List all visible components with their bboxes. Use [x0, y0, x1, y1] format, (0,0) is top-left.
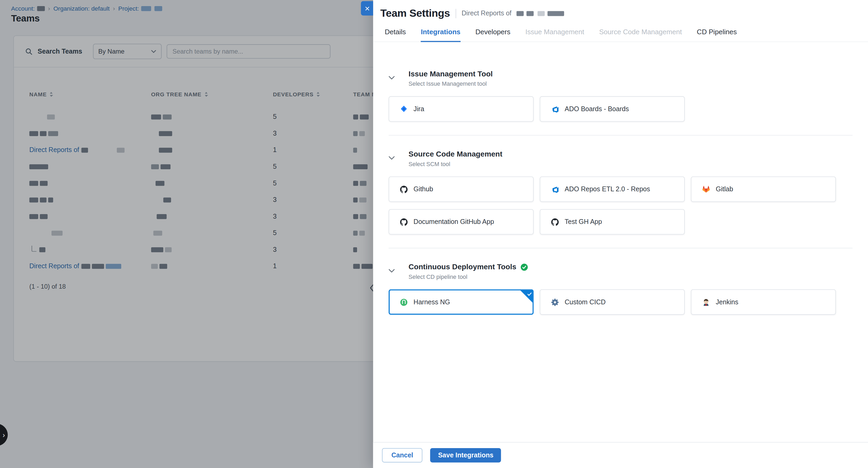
gitlab-icon	[702, 185, 710, 193]
save-integrations-button[interactable]: Save Integrations	[430, 448, 501, 462]
section-subtitle: Select CD pipeline tool	[408, 273, 528, 280]
header-divider	[456, 8, 456, 18]
jenkins-icon	[702, 298, 710, 306]
section-title: Continuous Deployment Tools	[408, 263, 516, 271]
tab-integrations[interactable]: Integrations	[421, 28, 460, 42]
tab-details[interactable]: Details	[384, 28, 406, 41]
integration-card-custom-cicd[interactable]: Custom CICD	[540, 290, 685, 315]
team-settings-drawer: Team Settings Direct Reports of DetailsI…	[373, 0, 868, 468]
drawer-title: Team Settings	[380, 7, 450, 20]
drawer-subtitle: Direct Reports of	[462, 9, 512, 17]
selected-corner-check-icon	[520, 290, 533, 303]
integrations-content: Issue Management ToolSelect Issue Manage…	[373, 51, 868, 442]
drawer-footer: Cancel Save Integrations	[373, 442, 868, 468]
collapse-chevron-icon[interactable]	[389, 70, 408, 87]
integration-card-ado-boards-boards[interactable]: ADO Boards - Boards	[540, 96, 685, 122]
tab-source-code-management: Source Code Management	[599, 28, 682, 41]
integration-card-label: ADO Repos ETL 2.0 - Repos	[565, 186, 650, 193]
close-button[interactable]	[361, 1, 373, 15]
integration-card-github[interactable]: Github	[389, 176, 533, 202]
integration-card-label: Gitlab	[716, 186, 733, 193]
integration-card-label: Test GH App	[565, 218, 602, 226]
redacted-block	[537, 11, 545, 16]
integration-card-label: Jenkins	[716, 298, 739, 306]
integration-card-label: Custom CICD	[565, 298, 606, 306]
github-icon	[400, 185, 408, 193]
section-subtitle: Select Issue Management tool	[408, 80, 493, 87]
integration-card-ado-repos-etl-2-0-repos[interactable]: ADO Repos ETL 2.0 - Repos	[540, 176, 685, 202]
integration-card-label: Github	[413, 186, 433, 193]
section-issue-management-tool: Issue Management ToolSelect Issue Manage…	[389, 51, 852, 135]
gear-icon	[551, 298, 559, 306]
section-title: Source Code Management	[408, 150, 502, 158]
integration-card-label: ADO Boards - Boards	[565, 105, 629, 113]
integration-card-gitlab[interactable]: Gitlab	[691, 176, 836, 202]
redacted-block	[526, 11, 533, 16]
tab-cd-pipelines[interactable]: CD Pipelines	[697, 28, 737, 41]
integration-card-documentation-github-app[interactable]: Documentation GitHub App	[389, 209, 533, 235]
azure-icon	[551, 185, 559, 193]
modal-tabs: DetailsIntegrationsDevelopersIssue Manag…	[373, 20, 868, 42]
integration-card-jenkins[interactable]: Jenkins	[691, 290, 836, 315]
integration-card-label: Jira	[413, 105, 424, 113]
tab-developers[interactable]: Developers	[475, 28, 510, 41]
collapse-chevron-icon[interactable]	[389, 263, 408, 280]
integration-cards: JiraADO Boards - Boards	[389, 96, 852, 122]
section-source-code-management: Source Code ManagementSelect SCM toolGit…	[389, 135, 852, 248]
jira-icon	[400, 105, 408, 113]
azure-icon	[551, 105, 559, 113]
integration-cards: Harness NGCustom CICDJenkins	[389, 290, 852, 315]
harness-icon	[400, 298, 408, 306]
section-subtitle: Select SCM tool	[408, 161, 502, 167]
tab-issue-management: Issue Management	[525, 28, 584, 41]
github-icon	[551, 218, 559, 226]
integration-cards: GithubADO Repos ETL 2.0 - ReposGitlabDoc…	[389, 176, 852, 235]
integration-card-label: Harness NG	[413, 298, 450, 306]
redacted-block	[547, 11, 564, 16]
integration-card-test-gh-app[interactable]: Test GH App	[540, 209, 685, 235]
integration-card-label: Documentation GitHub App	[413, 218, 494, 226]
github-icon	[400, 218, 408, 226]
redacted-team-name	[517, 11, 564, 16]
chevron-right-icon: ›	[3, 431, 5, 439]
redacted-block	[517, 11, 524, 16]
section-title: Issue Management Tool	[408, 70, 493, 78]
integration-card-harness-ng[interactable]: Harness NG	[389, 290, 533, 315]
screen: Account: › Organization: default › Proje…	[0, 0, 868, 468]
section-continuous-deployment-tools: Continuous Deployment ToolsSelect CD pip…	[389, 248, 852, 328]
collapse-chevron-icon[interactable]	[389, 150, 408, 167]
integration-card-jira[interactable]: Jira	[389, 96, 533, 122]
cancel-button[interactable]: Cancel	[382, 448, 423, 462]
verified-check-icon	[520, 263, 528, 271]
drawer-header: Team Settings Direct Reports of	[373, 0, 868, 20]
